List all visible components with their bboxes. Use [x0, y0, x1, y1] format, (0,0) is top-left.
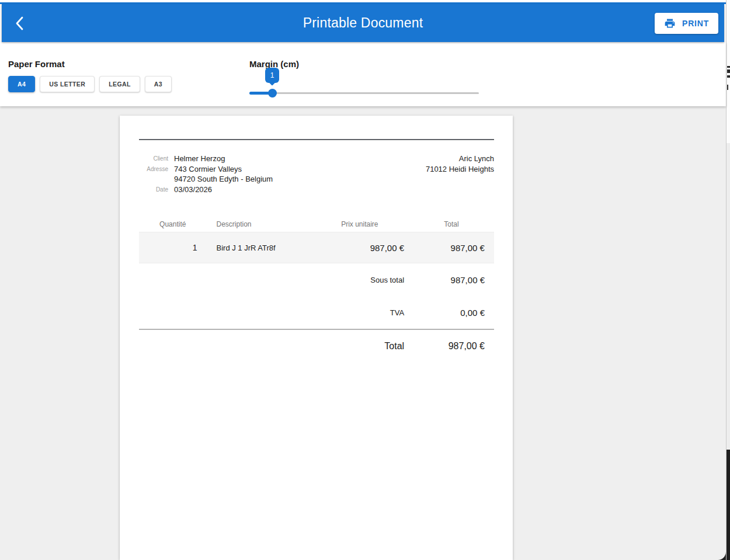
page-title: Printable Document [2, 4, 724, 42]
invoice: Client Helmer Herzog Adresse 743 Cormier… [120, 116, 513, 363]
document-paper: Client Helmer Herzog Adresse 743 Cormier… [120, 116, 513, 560]
slider-value: 1 [270, 71, 274, 79]
paper-format-a4-button[interactable]: A4 [8, 76, 35, 92]
slider-track[interactable] [249, 92, 479, 94]
client-label: Client [139, 154, 168, 164]
grand-total-value: 987,00 € [409, 341, 494, 352]
margin-slider[interactable]: 1 [249, 72, 479, 96]
table-row: 1 Bird J 1 JrR ATr8f 987,00 € 987,00 € [139, 232, 494, 263]
paper-format-label: Paper Format [8, 59, 172, 69]
tax-label: TVA [139, 308, 409, 317]
grand-total-row: Total 987,00 € [139, 330, 494, 363]
print-button-label: PRINT [682, 19, 709, 28]
table-header-row: Quantité Description Prix unitaire Total [139, 217, 494, 232]
paper-format-section: Paper Format A4 US LETTER LEGAL A3 [8, 59, 172, 92]
subtotal-label: Sous total [139, 276, 409, 284]
clipped-content-fragment [727, 66, 730, 68]
printer-icon [664, 18, 676, 29]
invoice-info: Client Helmer Herzog Adresse 743 Cormier… [139, 154, 494, 194]
invoice-top-rule [139, 139, 494, 140]
recipient-block: Aric Lynch 71012 Heidi Heights [426, 154, 494, 174]
paper-format-legal-button[interactable]: LEGAL [99, 76, 140, 92]
address-label: Adresse [139, 164, 168, 175]
app-bar: Printable Document PRINT [2, 4, 724, 42]
margin-section: Margin (cm) 1 [249, 59, 479, 96]
subtotal-row: Sous total 987,00 € [139, 263, 494, 296]
preview-area: Client Helmer Herzog Adresse 743 Cormier… [0, 106, 726, 560]
date-label: Date [139, 185, 168, 195]
date-value: 03/03/2026 [174, 185, 494, 195]
subtotal-value: 987,00 € [409, 275, 494, 285]
chevron-left-icon [13, 16, 26, 31]
header-description: Description [207, 220, 311, 228]
cell-unit-price: 987,00 € [311, 243, 409, 253]
slider-thumb[interactable] [268, 89, 277, 98]
paper-format-us-letter-button[interactable]: US LETTER [40, 76, 95, 92]
margin-label: Margin (cm) [249, 59, 479, 69]
clipped-dark-segment [726, 450, 730, 560]
header-total: Total [409, 220, 494, 228]
printable-document-screen: Printable Document PRINT Paper Format A4… [0, 0, 730, 560]
paper-format-a3-button[interactable]: A3 [145, 76, 172, 92]
clipped-content-fragment [727, 75, 730, 78]
clipped-background-content [726, 0, 730, 560]
header-quantity: Quantité [139, 220, 207, 228]
invoice-table: Quantité Description Prix unitaire Total… [139, 217, 494, 363]
back-button[interactable] [9, 12, 31, 34]
paper-format-buttons: A4 US LETTER LEGAL A3 [8, 76, 172, 92]
cell-quantity: 1 [139, 243, 207, 252]
address-line-2: 94720 South Edyth - Belgium [174, 174, 494, 185]
cell-total: 987,00 € [409, 243, 494, 253]
address-label-spacer [139, 174, 168, 185]
recipient-name: Aric Lynch [426, 154, 494, 164]
tax-value: 0,00 € [409, 308, 494, 318]
tax-row: TVA 0,00 € [139, 296, 494, 329]
grand-total-label: Total [139, 341, 409, 352]
header-unit-price: Prix unitaire [311, 220, 409, 228]
clipped-content-fragment [727, 85, 728, 90]
print-options-toolbar: Paper Format A4 US LETTER LEGAL A3 Margi… [0, 42, 726, 106]
slider-value-bubble: 1 [265, 68, 279, 83]
recipient-address: 71012 Heidi Heights [426, 164, 494, 175]
cell-description: Bird J 1 JrR ATr8f [207, 244, 311, 252]
print-button[interactable]: PRINT [655, 13, 718, 34]
clipped-gray-segment [726, 143, 730, 450]
clipped-content-fragment [727, 69, 730, 73]
